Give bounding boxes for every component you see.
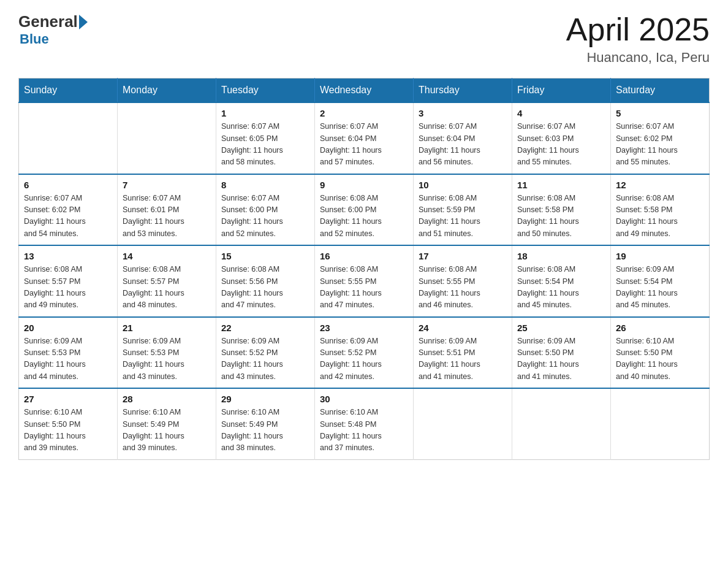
day-info: Sunrise: 6:08 AM Sunset: 5:57 PM Dayligh…: [24, 264, 112, 312]
day-number: 9: [320, 180, 408, 190]
day-number: 6: [24, 180, 112, 190]
calendar-day-cell: 16Sunrise: 6:08 AM Sunset: 5:55 PM Dayli…: [315, 245, 414, 317]
day-number: 28: [123, 394, 211, 404]
day-info: Sunrise: 6:10 AM Sunset: 5:49 PM Dayligh…: [123, 407, 211, 454]
calendar-weekday-header: Saturday: [611, 79, 710, 103]
day-info: Sunrise: 6:08 AM Sunset: 5:59 PM Dayligh…: [419, 193, 507, 240]
calendar-weekday-header: Sunday: [19, 79, 118, 103]
calendar-day-cell: 9Sunrise: 6:08 AM Sunset: 6:00 PM Daylig…: [315, 174, 414, 246]
day-number: 4: [517, 108, 605, 118]
calendar-table: SundayMondayTuesdayWednesdayThursdayFrid…: [18, 78, 710, 460]
calendar-day-cell: 15Sunrise: 6:08 AM Sunset: 5:56 PM Dayli…: [216, 245, 315, 317]
calendar-day-cell: 26Sunrise: 6:10 AM Sunset: 5:50 PM Dayli…: [611, 317, 710, 389]
day-info: Sunrise: 6:07 AM Sunset: 6:02 PM Dayligh…: [24, 193, 112, 240]
day-info: Sunrise: 6:08 AM Sunset: 5:58 PM Dayligh…: [616, 193, 704, 240]
calendar-week-row: 20Sunrise: 6:09 AM Sunset: 5:53 PM Dayli…: [19, 317, 710, 389]
day-number: 16: [320, 251, 408, 261]
day-number: 3: [419, 108, 507, 118]
calendar-week-row: 6Sunrise: 6:07 AM Sunset: 6:02 PM Daylig…: [19, 174, 710, 246]
logo-arrow-icon: [79, 15, 88, 29]
day-number: 19: [616, 251, 704, 261]
day-info: Sunrise: 6:07 AM Sunset: 6:04 PM Dayligh…: [320, 121, 408, 169]
calendar-header-row: SundayMondayTuesdayWednesdayThursdayFrid…: [19, 79, 710, 103]
day-number: 26: [616, 323, 704, 333]
calendar-day-cell: 17Sunrise: 6:08 AM Sunset: 5:55 PM Dayli…: [414, 245, 512, 317]
day-number: 15: [221, 251, 309, 261]
calendar-day-cell: 6Sunrise: 6:07 AM Sunset: 6:02 PM Daylig…: [19, 174, 118, 246]
calendar-day-cell: 29Sunrise: 6:10 AM Sunset: 5:49 PM Dayli…: [216, 388, 315, 459]
day-info: Sunrise: 6:09 AM Sunset: 5:53 PM Dayligh…: [24, 335, 112, 383]
calendar-day-cell: 5Sunrise: 6:07 AM Sunset: 6:02 PM Daylig…: [611, 102, 710, 174]
calendar-week-row: 13Sunrise: 6:08 AM Sunset: 5:57 PM Dayli…: [19, 245, 710, 317]
day-number: 13: [24, 251, 112, 261]
day-info: Sunrise: 6:08 AM Sunset: 5:58 PM Dayligh…: [517, 193, 605, 240]
page-header: General Blue April 2025 Huancano, Ica, P…: [18, 12, 710, 66]
day-number: 18: [517, 251, 605, 261]
calendar-week-row: 27Sunrise: 6:10 AM Sunset: 5:50 PM Dayli…: [19, 388, 710, 459]
calendar-day-cell: 23Sunrise: 6:09 AM Sunset: 5:52 PM Dayli…: [315, 317, 414, 389]
day-info: Sunrise: 6:08 AM Sunset: 5:54 PM Dayligh…: [517, 264, 605, 312]
day-info: Sunrise: 6:08 AM Sunset: 5:55 PM Dayligh…: [320, 264, 408, 312]
day-info: Sunrise: 6:09 AM Sunset: 5:52 PM Dayligh…: [320, 335, 408, 383]
day-info: Sunrise: 6:07 AM Sunset: 6:03 PM Dayligh…: [517, 121, 605, 169]
calendar-week-row: 1Sunrise: 6:07 AM Sunset: 6:05 PM Daylig…: [19, 102, 710, 174]
day-number: 20: [24, 323, 112, 333]
calendar-day-cell: 4Sunrise: 6:07 AM Sunset: 6:03 PM Daylig…: [512, 102, 611, 174]
calendar-weekday-header: Friday: [512, 79, 611, 103]
calendar-day-cell: 10Sunrise: 6:08 AM Sunset: 5:59 PM Dayli…: [414, 174, 512, 246]
calendar-day-cell: 11Sunrise: 6:08 AM Sunset: 5:58 PM Dayli…: [512, 174, 611, 246]
day-info: Sunrise: 6:09 AM Sunset: 5:53 PM Dayligh…: [123, 335, 211, 383]
day-info: Sunrise: 6:09 AM Sunset: 5:50 PM Dayligh…: [517, 335, 605, 383]
day-number: 12: [616, 180, 704, 190]
page-title: April 2025: [566, 12, 710, 47]
day-number: 30: [320, 394, 408, 404]
day-number: 27: [24, 394, 112, 404]
day-number: 17: [419, 251, 507, 261]
day-info: Sunrise: 6:07 AM Sunset: 6:05 PM Dayligh…: [221, 121, 309, 169]
day-info: Sunrise: 6:08 AM Sunset: 5:55 PM Dayligh…: [419, 264, 507, 312]
calendar-day-cell: [118, 102, 216, 174]
day-info: Sunrise: 6:08 AM Sunset: 5:57 PM Dayligh…: [123, 264, 211, 312]
day-number: 1: [221, 108, 309, 118]
calendar-weekday-header: Tuesday: [216, 79, 315, 103]
calendar-day-cell: [19, 102, 118, 174]
calendar-day-cell: [414, 388, 512, 459]
calendar-day-cell: 1Sunrise: 6:07 AM Sunset: 6:05 PM Daylig…: [216, 102, 315, 174]
day-info: Sunrise: 6:10 AM Sunset: 5:50 PM Dayligh…: [24, 407, 112, 454]
day-number: 22: [221, 323, 309, 333]
day-number: 8: [221, 180, 309, 190]
calendar-day-cell: 27Sunrise: 6:10 AM Sunset: 5:50 PM Dayli…: [19, 388, 118, 459]
day-info: Sunrise: 6:09 AM Sunset: 5:54 PM Dayligh…: [616, 264, 704, 312]
calendar-weekday-header: Wednesday: [315, 79, 414, 103]
day-number: 24: [419, 323, 507, 333]
day-info: Sunrise: 6:09 AM Sunset: 5:52 PM Dayligh…: [221, 335, 309, 383]
calendar-day-cell: 21Sunrise: 6:09 AM Sunset: 5:53 PM Dayli…: [118, 317, 216, 389]
day-number: 14: [123, 251, 211, 261]
calendar-day-cell: 22Sunrise: 6:09 AM Sunset: 5:52 PM Dayli…: [216, 317, 315, 389]
day-number: 11: [517, 180, 605, 190]
logo-blue-text: Blue: [20, 31, 49, 47]
day-number: 29: [221, 394, 309, 404]
logo: General Blue: [18, 12, 89, 47]
day-info: Sunrise: 6:09 AM Sunset: 5:51 PM Dayligh…: [419, 335, 507, 383]
calendar-day-cell: 12Sunrise: 6:08 AM Sunset: 5:58 PM Dayli…: [611, 174, 710, 246]
day-number: 10: [419, 180, 507, 190]
calendar-day-cell: 13Sunrise: 6:08 AM Sunset: 5:57 PM Dayli…: [19, 245, 118, 317]
day-info: Sunrise: 6:08 AM Sunset: 5:56 PM Dayligh…: [221, 264, 309, 312]
calendar-day-cell: 19Sunrise: 6:09 AM Sunset: 5:54 PM Dayli…: [611, 245, 710, 317]
day-info: Sunrise: 6:07 AM Sunset: 6:04 PM Dayligh…: [419, 121, 507, 169]
calendar-day-cell: 2Sunrise: 6:07 AM Sunset: 6:04 PM Daylig…: [315, 102, 414, 174]
calendar-day-cell: 3Sunrise: 6:07 AM Sunset: 6:04 PM Daylig…: [414, 102, 512, 174]
calendar-day-cell: [611, 388, 710, 459]
logo-general-text: General: [18, 12, 78, 31]
day-number: 23: [320, 323, 408, 333]
calendar-day-cell: 7Sunrise: 6:07 AM Sunset: 6:01 PM Daylig…: [118, 174, 216, 246]
calendar-day-cell: [512, 388, 611, 459]
calendar-day-cell: 14Sunrise: 6:08 AM Sunset: 5:57 PM Dayli…: [118, 245, 216, 317]
day-info: Sunrise: 6:10 AM Sunset: 5:50 PM Dayligh…: [616, 335, 704, 383]
day-info: Sunrise: 6:07 AM Sunset: 6:02 PM Dayligh…: [616, 121, 704, 169]
calendar-day-cell: 30Sunrise: 6:10 AM Sunset: 5:48 PM Dayli…: [315, 388, 414, 459]
day-number: 21: [123, 323, 211, 333]
logo-text: General: [18, 12, 89, 31]
calendar-day-cell: 8Sunrise: 6:07 AM Sunset: 6:00 PM Daylig…: [216, 174, 315, 246]
